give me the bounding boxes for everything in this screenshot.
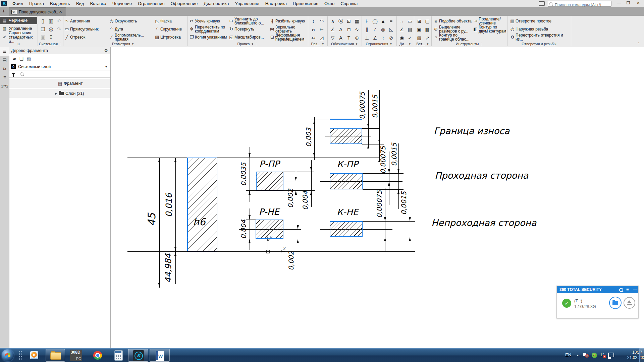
layer-flat-icon[interactable]: ▰ bbox=[13, 56, 16, 61]
group-label-geometry[interactable]: Геометрия▼⋮ bbox=[63, 42, 187, 46]
menu-item-4[interactable]: Вставка bbox=[87, 0, 109, 7]
menu-item-6[interactable]: Ограничения bbox=[135, 0, 167, 7]
menu-item-2[interactable]: Выделить bbox=[47, 0, 73, 7]
menu-item-5[interactable]: Черчение bbox=[109, 0, 135, 7]
text-icon[interactable]: T bbox=[345, 34, 353, 42]
insert-region-icon[interactable]: ▢ bbox=[423, 17, 431, 25]
rectangle-button[interactable]: ▭Прямоугольник bbox=[64, 25, 108, 33]
roughness-icon[interactable]: ∧ bbox=[329, 17, 337, 25]
insert-view-icon[interactable]: ▣ bbox=[415, 25, 423, 34]
group-label-diagnostics[interactable]: Ди...▼ bbox=[396, 42, 414, 46]
angle-icon[interactable]: ∠ bbox=[371, 34, 379, 42]
image-icon[interactable]: ▨ bbox=[27, 56, 31, 61]
menu-item-8[interactable]: Диагностика bbox=[201, 0, 232, 7]
offset-object-button[interactable]: ⧈Подобие объекта bbox=[433, 17, 472, 25]
explorer-button[interactable] bbox=[46, 349, 65, 362]
widget-minimize-icon[interactable]: — bbox=[633, 286, 637, 293]
linear-dimension-icon[interactable]: ↤ bbox=[309, 34, 317, 42]
eject-button[interactable] bbox=[624, 297, 635, 309]
layer-combo[interactable]: 0 Системный слой ▼ bbox=[9, 63, 110, 70]
open-drive-button[interactable] bbox=[609, 297, 622, 309]
search-input[interactable] bbox=[554, 2, 609, 7]
leader-dimension-icon[interactable]: ⊢ bbox=[318, 25, 326, 34]
rebuild-holes-button[interactable]: ⚙Перестроить отверстия и из... bbox=[509, 33, 565, 41]
measure-angle-icon[interactable]: ∠ bbox=[398, 25, 406, 34]
symmetry-icon[interactable]: ▲ bbox=[379, 17, 387, 25]
print-icon[interactable]: ▥ bbox=[47, 17, 55, 25]
sidetabs-more-icon[interactable]: « bbox=[16, 43, 21, 46]
leader-text-icon[interactable]: A bbox=[337, 34, 345, 42]
close-tab-icon[interactable]: ✕ bbox=[59, 10, 62, 14]
diameter-dimension-icon[interactable]: ⌀ bbox=[309, 25, 317, 34]
fix-point-icon[interactable]: ⊦ bbox=[363, 17, 371, 25]
extend-trim-button[interactable]: ⇥Продление/ усечение bbox=[472, 17, 507, 25]
layers-icon[interactable]: ≡ bbox=[0, 73, 9, 82]
center-mark-icon[interactable]: ⊡ bbox=[345, 17, 353, 25]
chamfer-button[interactable]: ◺Фаска bbox=[154, 17, 187, 25]
equal-icon[interactable]: = bbox=[387, 17, 395, 25]
external-thread-button[interactable]: ◎Наружная резьба bbox=[509, 25, 565, 33]
arc-dimension-icon[interactable]: ◠ bbox=[318, 17, 326, 25]
fix-angle-icon[interactable]: ◺ bbox=[387, 25, 395, 34]
menu-item-10[interactable]: Настройка bbox=[262, 0, 290, 7]
scale-button[interactable]: ◱Масштабиров... bbox=[228, 33, 269, 41]
security-tray-icon[interactable] bbox=[592, 352, 597, 357]
perpendicular-icon[interactable]: ⊥ bbox=[363, 34, 371, 42]
autoline-button[interactable]: ∿Автолиния bbox=[64, 17, 108, 25]
tree-item-fragment[interactable]: ▤ Фрагмент bbox=[9, 79, 110, 88]
new-file-icon[interactable]: ▯ bbox=[39, 17, 47, 25]
action-center-icon[interactable]: ⚐✕ bbox=[600, 352, 605, 357]
tangent-icon[interactable]: ◯ bbox=[371, 17, 379, 25]
ribbon-tab-drawing[interactable]: ▤Черчение bbox=[0, 17, 37, 24]
deform-move-button[interactable]: ⊡Деформация перемещением bbox=[269, 33, 305, 41]
parallel-icon[interactable]: ∥ bbox=[363, 25, 371, 34]
measure-area-icon[interactable]: ▭ bbox=[406, 17, 414, 25]
export-icon[interactable]: ↧ bbox=[47, 33, 55, 41]
group-label-constraints[interactable]: Ограничения▼ bbox=[362, 42, 396, 46]
measure-distance-icon[interactable]: ↔ bbox=[398, 17, 406, 25]
volume-muted-icon[interactable]: ✕ bbox=[583, 352, 588, 357]
insert-fragment-icon[interactable]: ⊞ bbox=[415, 17, 423, 25]
minimize-button[interactable]: — bbox=[615, 1, 623, 6]
ribbon-collapse-icon[interactable]: ⌃ bbox=[637, 42, 640, 46]
security-widget[interactable]: 360 TOTAL SECURITY ≡ — ✓ (E :) 1.1G/28.8… bbox=[556, 286, 639, 318]
table-icon[interactable]: ▦ bbox=[353, 17, 361, 25]
language-indicator[interactable]: EN bbox=[565, 352, 571, 357]
menu-item-0[interactable]: Файл bbox=[9, 0, 26, 7]
ribbon-tab-reference[interactable]: ✐Справочник стандартных и... bbox=[0, 32, 37, 42]
axis-line-icon[interactable]: ⊕ bbox=[353, 34, 361, 42]
group-label-insert[interactable]: Вст...▼ bbox=[414, 42, 431, 46]
copy-by-point-button[interactable]: ❐Копия указанием bbox=[189, 33, 228, 41]
equal-curve-icon[interactable]: ≀ bbox=[379, 34, 387, 42]
tolerance-frame-icon[interactable]: ▽ bbox=[329, 34, 337, 42]
trim-curve-button[interactable]: ✂Усечь кривую bbox=[189, 17, 228, 25]
fx-icon[interactable]: fx bbox=[0, 64, 9, 73]
menu-item-7[interactable]: Оформление bbox=[168, 0, 201, 7]
collinear-icon[interactable]: ∕ bbox=[371, 25, 379, 34]
group-label-notations[interactable]: Обозначения▼ bbox=[327, 42, 362, 46]
redo-icon[interactable]: ↷ bbox=[55, 25, 63, 33]
extend-button[interactable]: ↦Удлинить до ближайшего о... bbox=[228, 17, 267, 25]
word-taskbar-button[interactable]: W bbox=[150, 349, 170, 362]
chrome-icon[interactable] bbox=[93, 351, 102, 360]
hatch-button[interactable]: ▨Штриховка bbox=[154, 33, 187, 41]
rotate-button[interactable]: ↻Повернуть bbox=[228, 25, 269, 33]
screen-mode-icon[interactable] bbox=[539, 1, 545, 6]
document-tab[interactable]: Поле допусков скоб... ✕ bbox=[9, 7, 66, 16]
fillet-button[interactable]: ◜Скругление bbox=[154, 25, 187, 33]
properties-icon[interactable]: ▤ bbox=[0, 56, 9, 64]
construction-line-button[interactable]: ∕Вспомогатель... прямая bbox=[108, 33, 150, 41]
align-points-icon[interactable]: ⊘ bbox=[387, 34, 395, 42]
chevron-down-icon[interactable]: ▼ bbox=[105, 65, 108, 68]
datum-icon[interactable]: ∠ bbox=[329, 25, 337, 34]
pc-tile-icon[interactable]: 308D PC bbox=[70, 350, 82, 361]
overlay-shapes-icon[interactable]: ❏ bbox=[19, 56, 23, 61]
undo-icon[interactable]: ↶ bbox=[55, 17, 63, 25]
gear-icon[interactable]: ⚙ bbox=[104, 47, 108, 54]
widget-menu-icon[interactable]: ≡ bbox=[626, 286, 629, 293]
tree-icon[interactable]: ≣ bbox=[0, 47, 9, 56]
group-label-edit[interactable]: Правка▼⋮ bbox=[187, 42, 308, 46]
auto-dimension-icon[interactable]: ↕ bbox=[309, 17, 317, 25]
insert-picture-icon[interactable]: ▨ bbox=[415, 34, 423, 42]
show-desktop-button[interactable] bbox=[639, 348, 644, 362]
